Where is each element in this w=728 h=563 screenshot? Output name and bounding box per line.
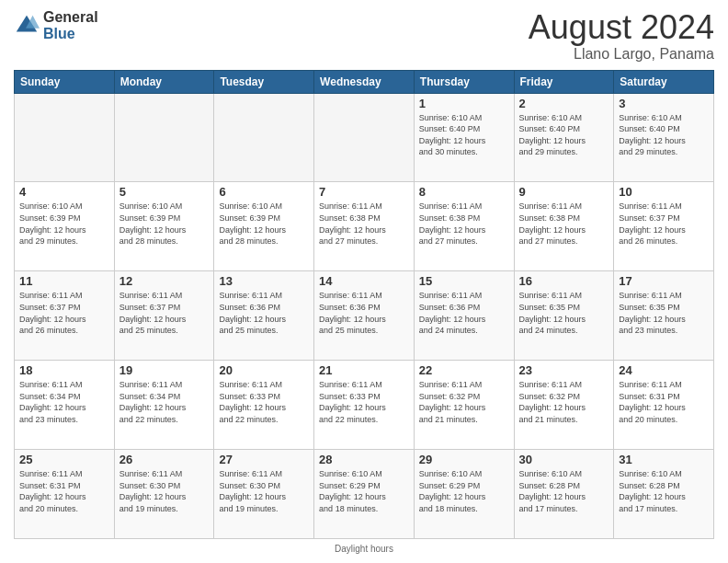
day-info: Sunrise: 6:10 AM Sunset: 6:39 PM Dayligh… — [119, 201, 210, 247]
logo-icon — [14, 13, 40, 39]
day-info: Sunrise: 6:11 AM Sunset: 6:37 PM Dayligh… — [19, 290, 109, 336]
day-info: Sunrise: 6:11 AM Sunset: 6:32 PM Dayligh… — [419, 379, 509, 425]
col-thursday: Thursday — [414, 70, 514, 93]
day-number: 9 — [519, 185, 609, 199]
day-number: 20 — [219, 363, 309, 377]
day-info: Sunrise: 6:10 AM Sunset: 6:40 PM Dayligh… — [619, 112, 709, 158]
logo-text: General Blue — [43, 9, 98, 41]
day-info: Sunrise: 6:11 AM Sunset: 6:33 PM Dayligh… — [319, 379, 409, 425]
col-sunday: Sunday — [15, 70, 115, 93]
calendar-cell: 15Sunrise: 6:11 AM Sunset: 6:36 PM Dayli… — [414, 271, 514, 361]
logo: General Blue — [14, 9, 98, 41]
calendar-week-0: 1Sunrise: 6:10 AM Sunset: 6:40 PM Daylig… — [15, 93, 714, 182]
calendar-cell: 12Sunrise: 6:11 AM Sunset: 6:37 PM Dayli… — [114, 271, 214, 361]
day-info: Sunrise: 6:11 AM Sunset: 6:37 PM Dayligh… — [119, 290, 210, 336]
day-info: Sunrise: 6:10 AM Sunset: 6:29 PM Dayligh… — [319, 468, 409, 514]
day-info: Sunrise: 6:11 AM Sunset: 6:30 PM Dayligh… — [219, 468, 309, 514]
calendar-cell: 13Sunrise: 6:11 AM Sunset: 6:36 PM Dayli… — [214, 271, 314, 361]
day-number: 1 — [419, 97, 509, 110]
title-location: Llano Largo, Panama — [529, 46, 714, 63]
calendar-cell: 8Sunrise: 6:11 AM Sunset: 6:38 PM Daylig… — [414, 182, 514, 271]
day-info: Sunrise: 6:11 AM Sunset: 6:30 PM Dayligh… — [119, 468, 210, 514]
calendar-cell: 11Sunrise: 6:11 AM Sunset: 6:37 PM Dayli… — [15, 271, 115, 361]
day-number: 28 — [319, 453, 409, 466]
calendar-cell: 31Sunrise: 6:10 AM Sunset: 6:28 PM Dayli… — [614, 450, 714, 539]
day-number: 17 — [619, 274, 709, 288]
footer: Daylight hours — [14, 544, 714, 554]
calendar-week-1: 4Sunrise: 6:10 AM Sunset: 6:39 PM Daylig… — [15, 182, 714, 271]
calendar-cell: 25Sunrise: 6:11 AM Sunset: 6:31 PM Dayli… — [15, 450, 115, 539]
logo-general-text: General — [43, 9, 98, 26]
day-number: 22 — [419, 363, 509, 377]
day-number: 7 — [319, 185, 409, 199]
day-info: Sunrise: 6:10 AM Sunset: 6:29 PM Dayligh… — [419, 468, 509, 514]
calendar-cell: 19Sunrise: 6:11 AM Sunset: 6:34 PM Dayli… — [114, 361, 214, 450]
day-info: Sunrise: 6:11 AM Sunset: 6:32 PM Dayligh… — [519, 379, 609, 425]
day-info: Sunrise: 6:10 AM Sunset: 6:39 PM Dayligh… — [19, 201, 109, 247]
day-number: 12 — [119, 274, 210, 288]
calendar-cell — [15, 93, 115, 182]
calendar-cell: 2Sunrise: 6:10 AM Sunset: 6:40 PM Daylig… — [514, 93, 614, 182]
footer-text: Daylight hours — [335, 544, 393, 554]
day-number: 25 — [19, 453, 109, 466]
title-block: August 2024 Llano Largo, Panama — [529, 9, 714, 63]
calendar-cell: 20Sunrise: 6:11 AM Sunset: 6:33 PM Dayli… — [214, 361, 314, 450]
day-info: Sunrise: 6:11 AM Sunset: 6:38 PM Dayligh… — [519, 201, 609, 247]
calendar-cell — [114, 93, 214, 182]
day-number: 23 — [519, 363, 609, 377]
day-info: Sunrise: 6:11 AM Sunset: 6:34 PM Dayligh… — [19, 379, 109, 425]
day-number: 18 — [19, 363, 109, 377]
day-info: Sunrise: 6:11 AM Sunset: 6:35 PM Dayligh… — [519, 290, 609, 336]
calendar-cell: 30Sunrise: 6:10 AM Sunset: 6:28 PM Dayli… — [514, 450, 614, 539]
day-number: 19 — [119, 363, 210, 377]
day-number: 24 — [619, 363, 709, 377]
day-info: Sunrise: 6:11 AM Sunset: 6:37 PM Dayligh… — [619, 201, 709, 247]
calendar-cell: 27Sunrise: 6:11 AM Sunset: 6:30 PM Dayli… — [214, 450, 314, 539]
col-monday: Monday — [114, 70, 214, 93]
calendar-week-2: 11Sunrise: 6:11 AM Sunset: 6:37 PM Dayli… — [15, 271, 714, 361]
day-info: Sunrise: 6:11 AM Sunset: 6:31 PM Dayligh… — [619, 379, 709, 425]
day-info: Sunrise: 6:10 AM Sunset: 6:28 PM Dayligh… — [619, 468, 709, 514]
calendar-cell: 14Sunrise: 6:11 AM Sunset: 6:36 PM Dayli… — [314, 271, 415, 361]
calendar-cell: 3Sunrise: 6:10 AM Sunset: 6:40 PM Daylig… — [614, 93, 714, 182]
calendar-week-3: 18Sunrise: 6:11 AM Sunset: 6:34 PM Dayli… — [15, 361, 714, 450]
calendar-header-row: Sunday Monday Tuesday Wednesday Thursday… — [15, 70, 714, 93]
calendar-cell: 5Sunrise: 6:10 AM Sunset: 6:39 PM Daylig… — [114, 182, 214, 271]
calendar-cell: 7Sunrise: 6:11 AM Sunset: 6:38 PM Daylig… — [314, 182, 415, 271]
calendar-cell: 4Sunrise: 6:10 AM Sunset: 6:39 PM Daylig… — [15, 182, 115, 271]
day-number: 5 — [119, 185, 210, 199]
calendar-cell — [214, 93, 314, 182]
col-tuesday: Tuesday — [214, 70, 314, 93]
calendar-cell: 23Sunrise: 6:11 AM Sunset: 6:32 PM Dayli… — [514, 361, 614, 450]
day-info: Sunrise: 6:10 AM Sunset: 6:40 PM Dayligh… — [419, 112, 509, 158]
day-info: Sunrise: 6:11 AM Sunset: 6:34 PM Dayligh… — [119, 379, 210, 425]
day-number: 30 — [519, 453, 609, 466]
calendar-cell: 10Sunrise: 6:11 AM Sunset: 6:37 PM Dayli… — [614, 182, 714, 271]
day-info: Sunrise: 6:10 AM Sunset: 6:28 PM Dayligh… — [519, 468, 609, 514]
calendar-cell: 28Sunrise: 6:10 AM Sunset: 6:29 PM Dayli… — [314, 450, 415, 539]
day-number: 26 — [119, 453, 210, 466]
day-number: 13 — [219, 274, 309, 288]
calendar-week-4: 25Sunrise: 6:11 AM Sunset: 6:31 PM Dayli… — [15, 450, 714, 539]
page: General Blue August 2024 Llano Largo, Pa… — [0, 0, 728, 563]
calendar-cell: 16Sunrise: 6:11 AM Sunset: 6:35 PM Dayli… — [514, 271, 614, 361]
day-number: 29 — [419, 453, 509, 466]
calendar-cell: 24Sunrise: 6:11 AM Sunset: 6:31 PM Dayli… — [614, 361, 714, 450]
logo-blue-text: Blue — [43, 26, 98, 42]
day-number: 11 — [19, 274, 109, 288]
col-friday: Friday — [514, 70, 614, 93]
day-number: 2 — [519, 97, 609, 110]
calendar-cell: 9Sunrise: 6:11 AM Sunset: 6:38 PM Daylig… — [514, 182, 614, 271]
day-info: Sunrise: 6:11 AM Sunset: 6:31 PM Dayligh… — [19, 468, 109, 514]
day-number: 10 — [619, 185, 709, 199]
col-saturday: Saturday — [614, 70, 714, 93]
calendar-cell: 21Sunrise: 6:11 AM Sunset: 6:33 PM Dayli… — [314, 361, 415, 450]
calendar-cell: 26Sunrise: 6:11 AM Sunset: 6:30 PM Dayli… — [114, 450, 214, 539]
calendar-cell — [314, 93, 415, 182]
day-number: 3 — [619, 97, 709, 110]
day-info: Sunrise: 6:11 AM Sunset: 6:33 PM Dayligh… — [219, 379, 309, 425]
calendar-cell: 18Sunrise: 6:11 AM Sunset: 6:34 PM Dayli… — [15, 361, 115, 450]
day-number: 27 — [219, 453, 309, 466]
calendar-table: Sunday Monday Tuesday Wednesday Thursday… — [14, 70, 714, 539]
day-info: Sunrise: 6:11 AM Sunset: 6:38 PM Dayligh… — [319, 201, 409, 247]
